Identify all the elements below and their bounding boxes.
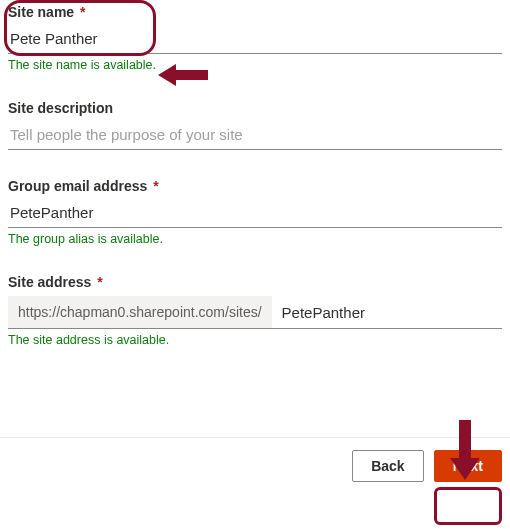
label-text: Site description [8,100,113,116]
annotation-circle-next-button [434,487,502,525]
site-name-label: Site name * [8,4,502,20]
site-address-label: Site address * [8,274,502,290]
site-name-input[interactable] [8,26,502,54]
site-name-validation: The site name is available. [8,58,502,72]
field-site-address: Site address * https://chapman0.sharepoi… [8,274,502,347]
spacer [0,357,510,437]
site-address-validation: The site address is available. [8,333,502,347]
site-description-label: Site description [8,100,502,116]
back-button[interactable]: Back [352,450,423,482]
site-description-input[interactable] [8,122,502,150]
required-mark: * [97,274,102,290]
site-address-prefix: https://chapman0.sharepoint.com/sites/ [8,296,272,328]
required-mark: * [80,4,85,20]
next-button[interactable]: Next [434,450,502,482]
label-text: Site name [8,4,74,20]
label-text: Group email address [8,178,147,194]
site-address-row: https://chapman0.sharepoint.com/sites/ [8,296,502,329]
field-group-email: Group email address * The group alias is… [8,178,502,246]
footer-actions: Back Next [0,438,510,492]
label-text: Site address [8,274,91,290]
field-site-name: Site name * The site name is available. [8,4,502,72]
group-email-label: Group email address * [8,178,502,194]
field-site-description: Site description [8,100,502,150]
required-mark: * [153,178,158,194]
site-address-input[interactable] [272,296,502,328]
group-email-validation: The group alias is available. [8,232,502,246]
create-site-form-page: Site name * The site name is available. … [0,0,510,529]
form-body: Site name * The site name is available. … [0,0,510,347]
group-email-input[interactable] [8,200,502,228]
